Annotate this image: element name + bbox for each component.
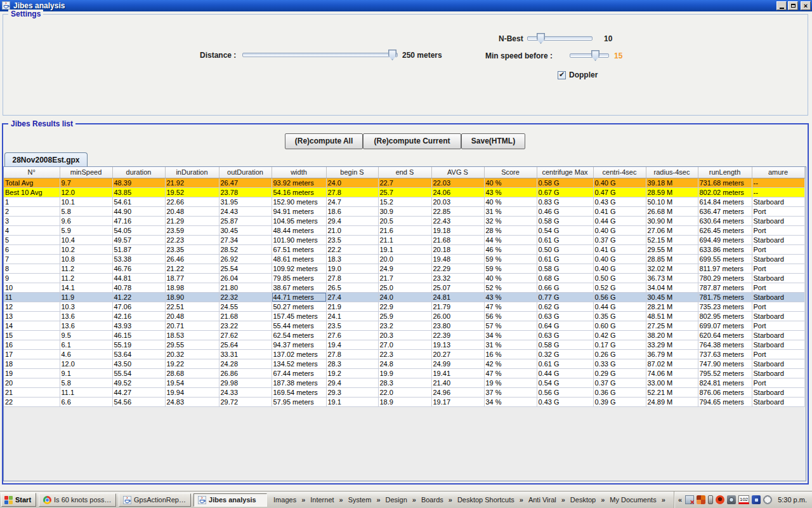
- table-row[interactable]: 1812.043.5019.2224.28134.52 meters28.324…: [4, 359, 804, 368]
- table-cell[interactable]: 55.19: [112, 340, 165, 349]
- table-cell[interactable]: 0.44 G: [593, 216, 646, 225]
- table-row[interactable]: 205.849.5219.5429.98187.38 meters29.428.…: [4, 378, 804, 387]
- table-cell[interactable]: 44.71 meters: [272, 292, 326, 302]
- table-cell[interactable]: 28 %: [484, 225, 537, 235]
- table-cell[interactable]: 19.13: [431, 340, 484, 349]
- table-cell[interactable]: 0.40 G: [593, 225, 646, 235]
- doppler-checkbox[interactable]: [558, 71, 566, 79]
- table-cell[interactable]: 33.29 M: [646, 340, 698, 349]
- table-cell[interactable]: 13.6: [60, 321, 112, 330]
- column-header[interactable]: minSpeed: [60, 167, 112, 178]
- min-speed-slider[interactable]: [570, 50, 609, 62]
- table-cell[interactable]: 47.06: [112, 302, 165, 311]
- table-cell[interactable]: 10.2: [60, 244, 112, 254]
- table-cell[interactable]: 26.00: [431, 311, 484, 321]
- network-status-icon[interactable]: [685, 495, 694, 504]
- table-cell[interactable]: 20.3: [378, 330, 431, 340]
- table-cell[interactable]: 54.05: [112, 225, 165, 235]
- table-cell[interactable]: Port: [752, 264, 804, 273]
- table-cell[interactable]: 0.44 G: [593, 302, 646, 311]
- table-cell[interactable]: 23.32: [431, 273, 484, 283]
- table-cell[interactable]: Best 10 Avg: [4, 187, 60, 197]
- table-cell[interactable]: 24.33: [219, 387, 272, 397]
- table-row[interactable]: 710.853.3826.4626.9248.61 meters18.320.0…: [4, 254, 804, 264]
- table-cell[interactable]: 19.22: [165, 359, 219, 368]
- table-cell[interactable]: 57.95 meters: [272, 397, 326, 406]
- table-cell[interactable]: 0.41 G: [593, 244, 646, 254]
- table-cell[interactable]: 0.17 G: [593, 340, 646, 349]
- table-cell[interactable]: 18.90: [165, 292, 219, 302]
- table-cell[interactable]: 47.16: [112, 216, 165, 225]
- chevron-expand-icon[interactable]: »: [601, 496, 605, 504]
- table-cell[interactable]: 21.9: [326, 302, 378, 311]
- table-cell[interactable]: 824.81 meters: [698, 378, 752, 387]
- table-cell[interactable]: 7: [4, 254, 60, 264]
- table-cell[interactable]: 23.5: [326, 235, 378, 244]
- table-row[interactable]: 199.155.5428.6826.8667.44 meters19.219.9…: [4, 368, 804, 378]
- table-cell[interactable]: 169.54 meters: [272, 387, 326, 397]
- table-cell[interactable]: 134.52 meters: [272, 359, 326, 368]
- table-cell[interactable]: 28.85 M: [646, 254, 698, 264]
- table-cell[interactable]: 22.9: [378, 302, 431, 311]
- table-cell[interactable]: 87.02 M: [646, 359, 698, 368]
- table-cell[interactable]: 59 %: [484, 264, 537, 273]
- table-cell[interactable]: 25.54: [219, 264, 272, 273]
- table-cell[interactable]: 44.27: [112, 387, 165, 397]
- table-cell[interactable]: 9: [4, 273, 60, 283]
- table-cell[interactable]: 42 %: [484, 359, 537, 368]
- table-cell[interactable]: 21.79: [431, 302, 484, 311]
- table-cell[interactable]: 27.62: [219, 330, 272, 340]
- table-cell[interactable]: 25.64: [219, 340, 272, 349]
- table-cell[interactable]: 30.90 M: [646, 216, 698, 225]
- table-cell[interactable]: 0.40 G: [593, 254, 646, 264]
- table-cell[interactable]: 28.59 M: [646, 187, 698, 197]
- table-cell[interactable]: 0.54 G: [537, 378, 593, 387]
- table-cell[interactable]: 0.58 G: [537, 178, 593, 187]
- table-cell[interactable]: 94.91 meters: [272, 206, 326, 216]
- taskbar-task-gpsactionreplay[interactable]: GpsActionReplay...: [119, 493, 191, 507]
- quicklink-desktop-shortcuts[interactable]: Desktop Shortcuts: [457, 496, 514, 504]
- table-cell[interactable]: 25.7: [378, 187, 431, 197]
- table-cell[interactable]: 0.60 G: [593, 321, 646, 330]
- table-cell[interactable]: 24.1: [326, 311, 378, 321]
- table-cell[interactable]: 0.43 G: [593, 197, 646, 206]
- table-cell[interactable]: 0.63 G: [537, 330, 593, 340]
- table-cell[interactable]: 16: [4, 340, 60, 349]
- column-header[interactable]: Score: [484, 167, 537, 178]
- table-cell[interactable]: 2: [4, 206, 60, 216]
- table-row[interactable]: 2111.144.2719.9424.33169.54 meters29.322…: [4, 387, 804, 397]
- table-cell[interactable]: 19 %: [484, 378, 537, 387]
- table-cell[interactable]: 46.15: [112, 330, 165, 340]
- table-cell[interactable]: 23.78: [219, 187, 272, 197]
- table-cell[interactable]: 62.54 meters: [272, 330, 326, 340]
- table-cell[interactable]: 54.61: [112, 197, 165, 206]
- table-cell[interactable]: 0.50 G: [593, 273, 646, 283]
- table-cell[interactable]: Port: [752, 321, 804, 330]
- table-cell[interactable]: 43 %: [484, 187, 537, 197]
- table-cell[interactable]: --: [752, 178, 804, 187]
- table-cell[interactable]: 23.35: [165, 244, 219, 254]
- table-cell[interactable]: 22.2: [326, 244, 378, 254]
- table-cell[interactable]: 23.80: [431, 321, 484, 330]
- table-cell[interactable]: 21.0: [326, 225, 378, 235]
- table-cell[interactable]: 0.37 G: [593, 235, 646, 244]
- table-cell[interactable]: 8: [4, 264, 60, 273]
- table-cell[interactable]: 30.45: [219, 225, 272, 235]
- table-cell[interactable]: 6: [4, 244, 60, 254]
- table-cell[interactable]: 0.66 G: [537, 283, 593, 292]
- table-cell[interactable]: 27.4: [326, 292, 378, 302]
- table-cell[interactable]: 694.49 meters: [698, 235, 752, 244]
- table-cell[interactable]: 59 %: [484, 254, 537, 264]
- table-cell[interactable]: 31.95: [219, 197, 272, 206]
- table-cell[interactable]: 27.8: [326, 273, 378, 283]
- table-cell[interactable]: 43.50: [112, 359, 165, 368]
- table-cell[interactable]: 20.48: [165, 311, 219, 321]
- chevron-expand-icon[interactable]: »: [412, 496, 416, 504]
- restore-button[interactable]: [788, 1, 798, 10]
- table-cell[interactable]: 31 %: [484, 340, 537, 349]
- table-cell[interactable]: 0.40 G: [593, 264, 646, 273]
- table-cell[interactable]: 0.83 G: [537, 197, 593, 206]
- column-header[interactable]: inDuration: [165, 167, 219, 178]
- recompute-all-button[interactable]: (Re)compute All: [285, 133, 363, 149]
- table-cell[interactable]: 0.41 G: [593, 206, 646, 216]
